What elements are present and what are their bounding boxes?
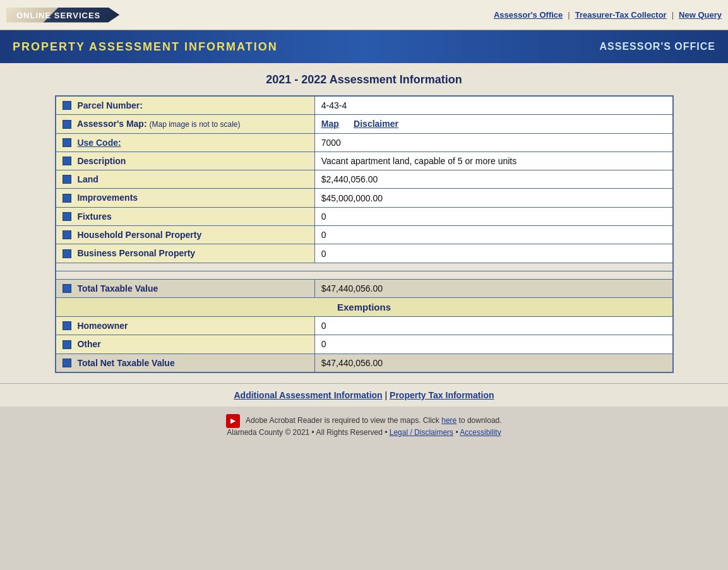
table-row-exemptions-header: Exemptions: [56, 297, 673, 316]
use-code-link[interactable]: Use Code:: [77, 138, 121, 148]
value-cell-map: Map Disclaimer: [314, 115, 672, 133]
improvements-label: Improvements: [77, 193, 138, 203]
table-row-homeowner: Homeowner 0: [56, 316, 673, 335]
value-cell-improvements: $45,000,000.00: [314, 189, 672, 207]
business-label: Business Personal Property: [77, 248, 195, 258]
bottom-footer: ▶ Adobe Acrobat Reader is required to vi…: [0, 407, 728, 444]
value-cell-homeowner: 0: [314, 316, 672, 335]
homeowner-label: Homeowner: [77, 321, 128, 331]
table-row-net-total: Total Net Taxable Value $47,440,056.00: [56, 353, 673, 372]
bullet-icon-business: [63, 249, 71, 258]
table-row-fixtures: Fixtures 0: [56, 207, 673, 225]
label-cell-household: Household Personal Property: [56, 226, 315, 244]
table-row-land: Land $2,440,056.00: [56, 170, 673, 189]
additional-assessment-link[interactable]: Additional Assessment Information: [234, 390, 382, 400]
footer-links: Additional Assessment Information | Prop…: [0, 383, 728, 407]
logo-text: ONLINE SERVICES: [16, 11, 100, 20]
bullet-icon: [63, 101, 71, 110]
table-row-map: Assessor's Map: (Map image is not to sca…: [56, 115, 673, 133]
value-cell-parcel: 4-43-4: [314, 96, 672, 115]
household-label: Household Personal Property: [77, 230, 201, 240]
label-cell-description: Description: [56, 151, 315, 170]
value-cell-business: 0: [314, 244, 672, 263]
value-cell-land: $2,440,056.00: [314, 170, 672, 189]
label-cell-land: Land: [56, 170, 315, 189]
header-links: Assessor's Office | Treasurer-Tax Collec…: [494, 10, 722, 20]
map-label: Assessor's Map: (Map image is not to sca…: [77, 119, 241, 129]
copyright-text: Alameda County © 2021 • All Rights Reser…: [227, 428, 387, 437]
map-link[interactable]: Map: [321, 119, 339, 129]
accessibility-link[interactable]: Accessibility: [460, 428, 501, 437]
acrobat-text: Adobe Acrobat Reader is required to view…: [246, 416, 439, 425]
disclaimer-link[interactable]: Disclaimer: [354, 119, 398, 129]
label-cell-homeowner: Homeowner: [56, 316, 315, 335]
assessors-office-link[interactable]: Assessor's Office: [494, 10, 563, 20]
empty-row-1: [56, 263, 673, 271]
new-query-link[interactable]: New Query: [679, 10, 722, 20]
table-row-business: Business Personal Property 0: [56, 244, 673, 263]
main-content: 2021 - 2022 Assessment Information Parce…: [0, 63, 728, 383]
label-cell-other: Other: [56, 335, 315, 353]
bullet-icon-total: [63, 284, 71, 293]
treasurer-tax-link[interactable]: Treasurer-Tax Collector: [575, 10, 667, 20]
top-bar: ONLINE SERVICES Assessor's Office | Trea…: [0, 0, 728, 30]
assessment-table: Parcel Number: 4-43-4 Assessor's Map: (M…: [55, 95, 674, 373]
table-row-total: Total Taxable Value $47,440,056.00: [56, 279, 673, 297]
label-cell-total: Total Taxable Value: [56, 279, 315, 297]
value-cell-fixtures: 0: [314, 207, 672, 225]
copyright-line: Alameda County © 2021 • All Rights Reser…: [8, 428, 720, 437]
bullet-icon-homeowner: [63, 321, 71, 330]
banner: Property Assessment Information Assessor…: [0, 30, 728, 63]
table-row-other: Other 0: [56, 335, 673, 353]
acrobat-icon: ▶: [226, 414, 240, 428]
bullet-icon-net-total: [63, 359, 71, 367]
label-cell-parcel: Parcel Number:: [56, 96, 315, 115]
other-label: Other: [77, 339, 100, 349]
footer-dot-separator: •: [455, 428, 458, 437]
here-link[interactable]: here: [441, 416, 456, 425]
acrobat-line: ▶ Adobe Acrobat Reader is required to vi…: [8, 414, 720, 428]
footer-separator: |: [385, 390, 390, 400]
value-cell-household: 0: [314, 226, 672, 244]
separator-1: |: [568, 10, 570, 20]
property-tax-link[interactable]: Property Tax Information: [390, 390, 494, 400]
table-row-description: Description Vacant apartment land, capab…: [56, 151, 673, 170]
fixtures-label: Fixtures: [77, 211, 111, 222]
banner-subtitle: Assessor's Office: [600, 41, 716, 52]
table-row-improvements: Improvements $45,000,000.00: [56, 189, 673, 207]
description-label: Description: [77, 156, 126, 166]
legal-link[interactable]: Legal / Disclaimers: [390, 428, 453, 437]
logo-area: ONLINE SERVICES: [6, 8, 119, 23]
separator-2: |: [672, 10, 674, 20]
value-cell-net-total: $47,440,056.00: [314, 353, 672, 372]
banner-title: Property Assessment Information: [13, 40, 278, 54]
value-cell-total: $47,440,056.00: [314, 279, 672, 297]
label-cell-use-code: Use Code:: [56, 133, 315, 151]
bullet-icon-map: [63, 120, 71, 129]
bullet-icon-land: [63, 175, 71, 184]
bullet-icon-use-code: [63, 138, 71, 147]
parcel-label: Parcel Number:: [77, 100, 142, 110]
label-cell-business: Business Personal Property: [56, 244, 315, 263]
page-heading: 2021 - 2022 Assessment Information: [13, 73, 715, 86]
bullet-icon-other: [63, 340, 71, 349]
net-total-label: Total Net Taxable Value: [77, 358, 174, 368]
bullet-icon-description: [63, 157, 71, 165]
empty-row-2: [56, 271, 673, 279]
table-row-household: Household Personal Property 0: [56, 226, 673, 244]
table-row-use-code: Use Code: 7000: [56, 133, 673, 151]
table-row: Parcel Number: 4-43-4: [56, 96, 673, 115]
label-cell-improvements: Improvements: [56, 189, 315, 207]
label-cell-map: Assessor's Map: (Map image is not to sca…: [56, 115, 315, 133]
label-cell-fixtures: Fixtures: [56, 207, 315, 225]
land-label: Land: [77, 174, 98, 184]
acrobat-suffix: to download.: [459, 416, 502, 425]
bullet-icon-improvements: [63, 194, 71, 203]
value-cell-other: 0: [314, 335, 672, 353]
value-cell-description: Vacant apartment land, capable of 5 or m…: [314, 151, 672, 170]
bullet-icon-household: [63, 230, 71, 239]
bullet-icon-fixtures: [63, 212, 71, 221]
label-cell-net-total: Total Net Taxable Value: [56, 353, 315, 372]
value-cell-use-code: 7000: [314, 133, 672, 151]
total-label: Total Taxable Value: [77, 283, 158, 294]
